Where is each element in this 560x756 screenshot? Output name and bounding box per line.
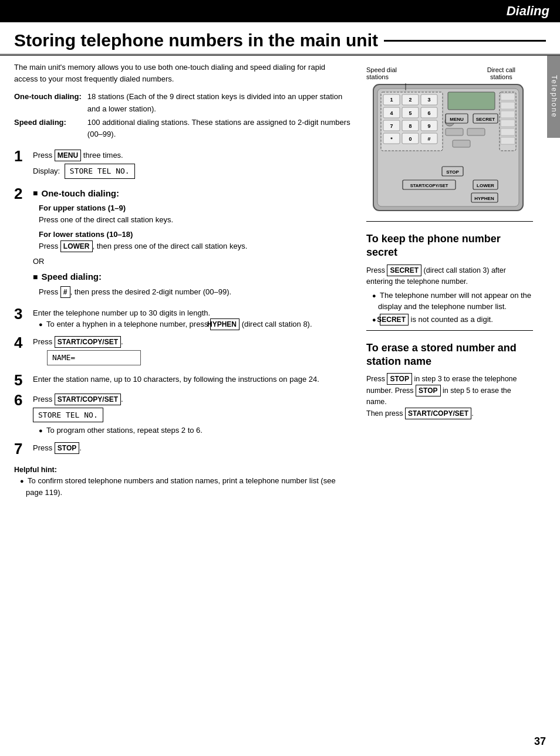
- speed-section-title: Speed dialing:: [33, 270, 351, 284]
- step-5: 5 Enter the station name, up to 10 chara…: [14, 374, 351, 388]
- svg-text:SECRET: SECRET: [476, 117, 495, 122]
- svg-rect-40: [446, 128, 463, 135]
- upper-stations-text: Press one of the direct call station key…: [39, 214, 351, 226]
- step7-text: Press STOP.: [33, 443, 82, 452]
- svg-rect-35: [501, 137, 515, 144]
- step-1-content: Press MENU three times. Display: STORE T…: [33, 150, 351, 181]
- step1-display-label: Display:: [33, 167, 62, 175]
- stop-key-erase2: STOP: [416, 385, 440, 396]
- svg-text:HYPHEN: HYPHEN: [474, 196, 494, 201]
- step-2: 2 One-touch dialing: For upper stations …: [14, 187, 351, 301]
- step1-text: Press: [33, 151, 55, 160]
- svg-text:START/COPY/SET: START/COPY/SET: [410, 183, 448, 188]
- hint-text: To confirm stored telephone numbers and …: [20, 475, 351, 498]
- section-title: Storing telephone numbers in the main un…: [0, 22, 560, 56]
- step1-display: STORE TEL NO.: [65, 164, 135, 179]
- one-touch-label: One-touch dialing:: [14, 92, 82, 101]
- svg-rect-32: [501, 111, 515, 118]
- speed-dialing-text: Press #, then press the desired 2-digit …: [39, 286, 351, 298]
- step-4-content: Press START/COPY/SET. NAME=: [33, 336, 351, 368]
- step1-text2: three times.: [83, 151, 123, 160]
- step-4: 4 Press START/COPY/SET. NAME=: [14, 336, 351, 368]
- erase-section: To erase a stored number and station nam…: [366, 341, 533, 420]
- step-7: 7 Press STOP.: [14, 442, 351, 456]
- svg-rect-41: [467, 128, 485, 135]
- step-2-content: One-touch dialing: For upper stations (1…: [33, 187, 351, 301]
- hint-title: Helpful hint:: [14, 465, 351, 476]
- svg-text:4: 4: [390, 110, 393, 116]
- erase-text: Press STOP in step 3 to erase the teleph…: [366, 373, 533, 419]
- svg-rect-34: [501, 128, 515, 135]
- svg-text:1: 1: [390, 97, 393, 103]
- one-touch-section-title: One-touch dialing:: [33, 187, 351, 201]
- lower-stations: For lower stations (10–18) Press LOWER, …: [39, 229, 351, 252]
- page-number: 37: [534, 735, 546, 748]
- one-touch-desc: 18 stations (Each of the 9 direct statio…: [87, 92, 342, 113]
- speed-desc: 100 additional dialing stations. These s…: [87, 118, 350, 139]
- svg-rect-31: [501, 102, 515, 109]
- secret-section: To keep the phone number secret Press SE…: [366, 232, 533, 326]
- svg-rect-30: [501, 93, 515, 100]
- svg-text:7: 7: [390, 123, 393, 129]
- start-key-erase: START/COPY/SET: [405, 408, 471, 419]
- menu-key: MENU: [55, 150, 81, 161]
- secret-key-2: SECRET: [380, 314, 409, 326]
- svg-text:3: 3: [427, 97, 430, 103]
- step-6-content: Press START/COPY/SET. STORE TEL NO. To p…: [33, 394, 351, 436]
- svg-text:MENU: MENU: [450, 117, 464, 122]
- svg-rect-27: [448, 92, 495, 110]
- secret-text: Press SECRET (direct call station 3) aft…: [366, 265, 533, 326]
- left-column: The main unit's memory allows you to use…: [0, 56, 360, 504]
- page-header: Dialing: [0, 0, 560, 22]
- right-column: Telephone Speed dialstations Direct call…: [360, 56, 560, 504]
- intro-text: The main unit's memory allows you to use…: [14, 62, 351, 84]
- step-num-3: 3: [14, 306, 33, 321]
- step6-text: Press START/COPY/SET.: [33, 395, 123, 404]
- page-title: Dialing: [507, 4, 549, 18]
- upper-stations-title: For upper stations (1–9): [39, 202, 351, 214]
- step4-text: Press START/COPY/SET.: [33, 337, 123, 346]
- start-key-4: START/COPY/SET: [55, 336, 121, 348]
- svg-text:5: 5: [409, 110, 411, 116]
- stop-key-erase1: STOP: [387, 373, 411, 385]
- step-1: 1 Press MENU three times. Display: STORE…: [14, 150, 351, 181]
- hyphen-key: HYPHEN: [210, 318, 239, 330]
- direct-call-label: Direct callstations: [487, 66, 515, 80]
- step-3: 3 Enter the telephone number up to 30 di…: [14, 307, 351, 331]
- svg-text:STOP: STOP: [446, 169, 459, 175]
- start-key-6: START/COPY/SET: [55, 394, 121, 405]
- secret-key: SECRET: [387, 265, 421, 276]
- svg-rect-42: [453, 140, 470, 147]
- or-divider: OR: [33, 256, 351, 267]
- helpful-hint: Helpful hint: To confirm stored telephon…: [14, 465, 351, 499]
- secret-bullet-1: The telephone number will not appear on …: [372, 290, 533, 313]
- svg-text:9: 9: [427, 123, 430, 129]
- svg-text:LOWER: LOWER: [477, 183, 494, 188]
- diagram-labels: Speed dialstations Direct callstations: [366, 66, 533, 80]
- secret-title: To keep the phone number secret: [366, 232, 533, 260]
- speed-dial-label: Speed dialstations: [366, 66, 397, 80]
- svg-text:*: *: [390, 136, 393, 142]
- svg-text:#: #: [427, 136, 430, 142]
- phone-diagram-svg: 1 2 3 4 5 6 7 8 9: [370, 82, 529, 216]
- step-7-content: Press STOP.: [33, 442, 351, 454]
- svg-text:8: 8: [409, 123, 411, 129]
- step-num-6: 6: [14, 392, 33, 408]
- svg-text:2: 2: [409, 97, 411, 103]
- hash-key: #: [60, 286, 70, 298]
- step3-bullet: To enter a hyphen in a telephone number,…: [39, 318, 351, 330]
- svg-rect-33: [501, 120, 515, 127]
- step-num-5: 5: [14, 372, 33, 388]
- diagram-area: Speed dialstations Direct callstations 1…: [366, 66, 533, 216]
- erase-title: To erase a stored number and station nam…: [366, 341, 533, 369]
- stop-key-7: STOP: [55, 442, 79, 454]
- step-num-2: 2: [14, 186, 33, 201]
- dialing-types: One-touch dialing: 18 stations (Each of …: [14, 90, 351, 141]
- svg-text:6: 6: [427, 110, 430, 116]
- divider-2: [366, 330, 533, 331]
- step4-display: NAME=: [47, 350, 141, 365]
- sidebar-label: Telephone: [550, 75, 558, 118]
- step3-text: Enter the telephone number up to 30 digi…: [33, 308, 210, 317]
- secret-bullet-2: SECRET is not counted as a digit.: [372, 314, 533, 326]
- upper-stations: For upper stations (1–9) Press one of th…: [39, 202, 351, 225]
